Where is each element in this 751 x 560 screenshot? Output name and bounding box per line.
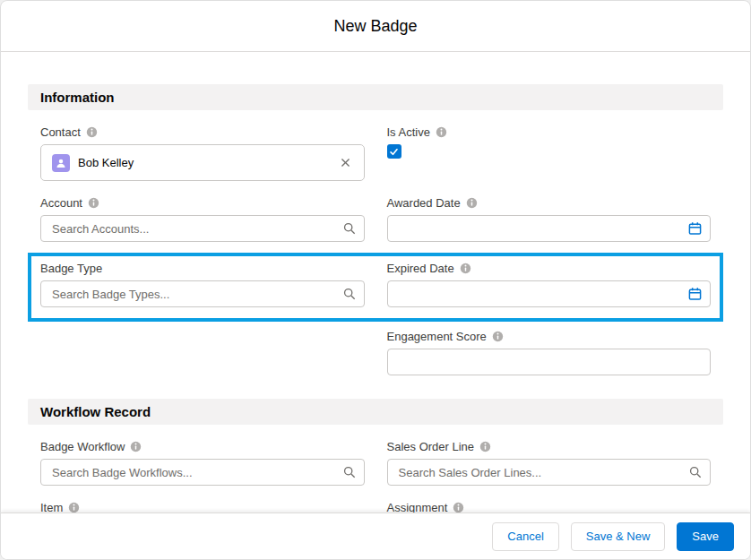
expired-date-input[interactable] [387, 280, 712, 307]
calendar-icon[interactable] [688, 222, 702, 236]
info-icon [68, 502, 80, 513]
expired-date-label: Expired Date [387, 262, 454, 275]
is-active-checkbox[interactable] [387, 144, 401, 159]
awarded-date-input[interactable] [387, 215, 712, 242]
info-icon [436, 126, 447, 138]
is-active-label: Is Active [387, 125, 430, 139]
account-search-input[interactable] [40, 215, 365, 242]
section-title: Information [40, 90, 115, 105]
section-title: Workflow Record [40, 404, 151, 419]
section-header-workflow-record: Workflow Record [28, 399, 723, 425]
account-field: Account [40, 195, 365, 242]
sales-order-line-field: Sales Order Line [387, 439, 712, 486]
info-icon [453, 502, 464, 513]
save-and-new-button[interactable]: Save & New [571, 522, 666, 551]
sales-order-line-label: Sales Order Line [387, 440, 475, 453]
info-icon [88, 197, 99, 209]
contact-label: Contact [40, 125, 81, 139]
awarded-date-field: Awarded Date [387, 195, 712, 242]
badge-workflow-field: Badge Workflow [40, 439, 365, 486]
expired-date-field: Expired Date [387, 261, 712, 307]
search-icon [689, 466, 702, 478]
account-label: Account [40, 196, 82, 210]
engagement-score-input[interactable] [387, 349, 712, 375]
engagement-score-label: Engagement Score [387, 330, 487, 343]
highlight-annotation: Badge Type Expired Date [28, 253, 723, 322]
empty-cell [40, 329, 365, 375]
modal-header: New Badge [1, 1, 750, 52]
search-icon [343, 222, 356, 235]
info-icon [479, 441, 491, 452]
save-button[interactable]: Save [677, 522, 734, 551]
badge-type-label: Badge Type [40, 262, 102, 275]
sales-order-line-search-input[interactable] [387, 459, 712, 486]
contact-field: Contact Bob Kelley [40, 125, 365, 181]
contact-selected-value: Bob Kelley [78, 156, 134, 169]
info-icon [86, 126, 98, 138]
is-active-field: Is Active [387, 125, 712, 181]
search-icon [343, 288, 356, 300]
contact-avatar-icon [52, 154, 70, 172]
cancel-button[interactable]: Cancel [492, 522, 558, 551]
info-icon [492, 331, 504, 342]
modal-footer: Cancel Save & New Save [1, 513, 750, 559]
modal-body: Information Contact Bob Kelley [1, 84, 750, 547]
engagement-score-field: Engagement Score [387, 329, 712, 375]
modal-title: New Badge [333, 17, 417, 36]
info-icon [460, 263, 471, 274]
calendar-icon[interactable] [688, 288, 702, 301]
awarded-date-label: Awarded Date [387, 196, 461, 210]
form-row: Badge Workflow Sales Order Line [28, 439, 723, 486]
contact-lookup-pill[interactable]: Bob Kelley [40, 144, 365, 181]
form-row: Account Awarded Date [28, 195, 723, 242]
form-row: Contact Bob Kelley Is Act [28, 125, 723, 181]
section-header-information: Information [28, 84, 723, 110]
info-icon [466, 197, 478, 209]
form-row: Engagement Score [28, 329, 723, 375]
remove-contact-icon[interactable] [338, 155, 353, 170]
badge-workflow-search-input[interactable] [40, 459, 365, 486]
badge-workflow-label: Badge Workflow [40, 440, 125, 453]
new-badge-modal: New Badge Information Contact Bob Kelley [0, 0, 751, 560]
search-icon [343, 466, 356, 478]
badge-type-search-input[interactable] [40, 280, 365, 307]
form-row: Badge Type Expired Date [31, 261, 720, 318]
info-icon [130, 441, 142, 452]
badge-type-field: Badge Type [40, 261, 365, 307]
